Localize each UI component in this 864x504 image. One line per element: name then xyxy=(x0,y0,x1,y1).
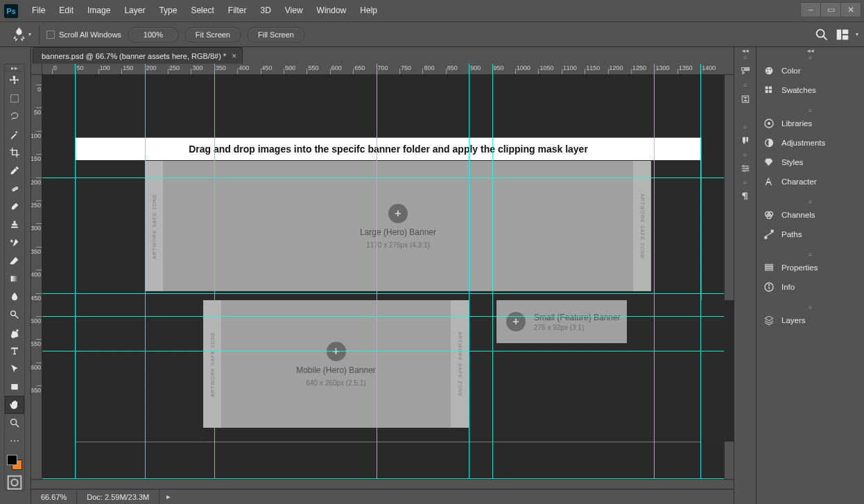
tools-collapse-icon[interactable]: ▸▸ xyxy=(5,64,24,71)
dock-collapse-icon[interactable]: ◂◂ xyxy=(734,47,756,54)
small-banner-slot[interactable]: + Small (Feature) Banner 276 x 92px (3:1… xyxy=(496,300,627,343)
current-tool-icon[interactable]: ▾ xyxy=(10,26,32,44)
history-panel-icon[interactable] xyxy=(734,61,757,82)
svg-line-15 xyxy=(16,424,19,427)
guide-vertical[interactable] xyxy=(700,64,701,479)
panel-libraries[interactable]: Libraries xyxy=(757,114,864,133)
brush-settings-panel-icon[interactable] xyxy=(734,158,757,179)
color-swatches[interactable] xyxy=(5,453,24,472)
healing-tool-icon[interactable] xyxy=(5,180,24,198)
guide-vertical[interactable] xyxy=(75,64,76,479)
guide-vertical[interactable] xyxy=(377,64,377,479)
instruction-banner: Drag and drop images into the specifc ba… xyxy=(76,138,701,160)
guide-horizontal[interactable] xyxy=(42,351,724,351)
large-banner-slot[interactable]: ARTWORK SAFE ZONE ARTWORK SAFE ZONE + La… xyxy=(145,161,651,291)
status-zoom[interactable]: 66.67% xyxy=(31,489,77,505)
shape-tool-icon[interactable] xyxy=(5,378,24,396)
menu-help[interactable]: Help xyxy=(353,0,384,21)
document-tab[interactable]: banners.psd @ 66.7% (banner assets here,… xyxy=(33,47,243,64)
menu-select[interactable]: Select xyxy=(184,0,221,21)
fit-screen-button[interactable]: Fit Screen xyxy=(185,27,241,42)
guide-horizontal[interactable] xyxy=(42,478,724,479)
panel-styles[interactable]: Styles xyxy=(757,153,864,172)
guide-vertical[interactable] xyxy=(469,64,469,479)
workspace-switcher-icon[interactable] xyxy=(835,27,850,42)
foreground-color-swatch[interactable] xyxy=(7,455,17,465)
horizontal-scrollbar[interactable] xyxy=(31,479,734,489)
menu-layer[interactable]: Layer xyxy=(117,0,152,21)
eyedropper-tool-icon[interactable] xyxy=(5,162,24,180)
panel-info[interactable]: Info xyxy=(757,277,864,297)
type-tool-icon[interactable] xyxy=(5,342,24,360)
guide-vertical[interactable] xyxy=(654,64,655,479)
panel-dock: ◂◂ Color Swatches Libraries Adjustments … xyxy=(756,47,864,504)
history-brush-tool-icon[interactable] xyxy=(5,234,24,252)
panel-character[interactable]: Character xyxy=(757,172,864,191)
label: Swatches xyxy=(781,86,816,94)
minimize-button[interactable]: – xyxy=(800,2,821,17)
brushes-panel-icon[interactable] xyxy=(734,130,757,151)
maximize-button[interactable]: ▭ xyxy=(820,2,841,17)
svg-rect-6 xyxy=(12,186,19,192)
mobile-banner-slot[interactable]: ARTWORK SAFE ZONE ARTWORK SAFE ZONE + Mo… xyxy=(203,300,469,428)
panel-color[interactable]: Color xyxy=(757,61,864,80)
blur-tool-icon[interactable] xyxy=(5,288,24,306)
panel-channels[interactable]: Channels xyxy=(757,205,864,225)
menu-window[interactable]: Window xyxy=(310,0,354,21)
svg-rect-32 xyxy=(766,87,768,89)
lasso-tool-icon[interactable] xyxy=(5,107,24,125)
menu-edit[interactable]: Edit xyxy=(52,0,80,21)
guide-horizontal[interactable] xyxy=(42,293,724,294)
status-menu-icon[interactable]: ▸ xyxy=(159,492,178,501)
panel-layers[interactable]: Layers xyxy=(757,311,864,330)
svg-rect-5 xyxy=(11,95,19,103)
dodge-tool-icon[interactable] xyxy=(5,306,24,324)
menu-file[interactable]: File xyxy=(25,0,52,21)
menu-filter[interactable]: Filter xyxy=(221,0,254,21)
status-doc-size[interactable]: Doc: 2.59M/23.3M xyxy=(77,489,159,505)
eraser-tool-icon[interactable] xyxy=(5,252,24,270)
zoom-tool-icon[interactable] xyxy=(5,414,24,432)
menu-view[interactable]: View xyxy=(278,0,310,21)
panel-adjustments[interactable]: Adjustments xyxy=(757,133,864,153)
panel-swatches[interactable]: Swatches xyxy=(757,80,864,100)
marquee-tool-icon[interactable] xyxy=(5,89,24,107)
close-tab-icon[interactable]: × xyxy=(232,51,236,61)
svg-point-7 xyxy=(12,189,13,190)
guide-horizontal[interactable] xyxy=(42,177,724,178)
vertical-ruler[interactable]: 050100150200250300350400450500550600650 xyxy=(31,75,42,479)
path-select-tool-icon[interactable] xyxy=(5,360,24,378)
guide-horizontal[interactable] xyxy=(42,316,724,317)
brush-tool-icon[interactable] xyxy=(5,198,24,216)
svg-rect-20 xyxy=(745,69,749,70)
ruler-origin[interactable] xyxy=(31,64,42,75)
pen-tool-icon[interactable] xyxy=(5,324,24,342)
wand-tool-icon[interactable] xyxy=(5,125,24,144)
actions-panel-icon[interactable] xyxy=(734,89,757,110)
svg-rect-2 xyxy=(837,29,841,40)
edit-toolbar-icon[interactable]: ⋯ xyxy=(5,432,24,450)
guide-vertical[interactable] xyxy=(492,64,493,479)
stamp-tool-icon[interactable] xyxy=(5,216,24,234)
hand-tool-icon[interactable] xyxy=(5,396,24,414)
svg-rect-35 xyxy=(769,90,772,93)
guide-vertical[interactable] xyxy=(145,64,146,479)
close-window-button[interactable]: ✕ xyxy=(840,2,861,17)
menu-type[interactable]: Type xyxy=(152,0,184,21)
quick-mask-icon[interactable] xyxy=(5,475,24,490)
menu-image[interactable]: Image xyxy=(80,0,117,21)
scroll-all-windows-checkbox[interactable]: Scroll All Windows xyxy=(46,31,121,39)
svg-rect-19 xyxy=(745,68,749,69)
gradient-tool-icon[interactable] xyxy=(5,270,24,288)
guide-vertical[interactable] xyxy=(214,64,215,479)
crop-tool-icon[interactable] xyxy=(5,144,24,162)
fill-screen-button[interactable]: Fill Screen xyxy=(248,27,304,42)
zoom-field[interactable]: 100% xyxy=(128,27,178,42)
search-icon[interactable] xyxy=(814,27,829,42)
paragraph-panel-icon[interactable] xyxy=(734,186,757,207)
panels-collapse-icon[interactable]: ◂◂ xyxy=(757,47,864,54)
menu-3d[interactable]: 3D xyxy=(253,0,277,21)
panel-paths[interactable]: Paths xyxy=(757,225,864,244)
panel-properties[interactable]: Properties xyxy=(757,258,864,277)
move-tool-icon[interactable] xyxy=(5,71,24,89)
